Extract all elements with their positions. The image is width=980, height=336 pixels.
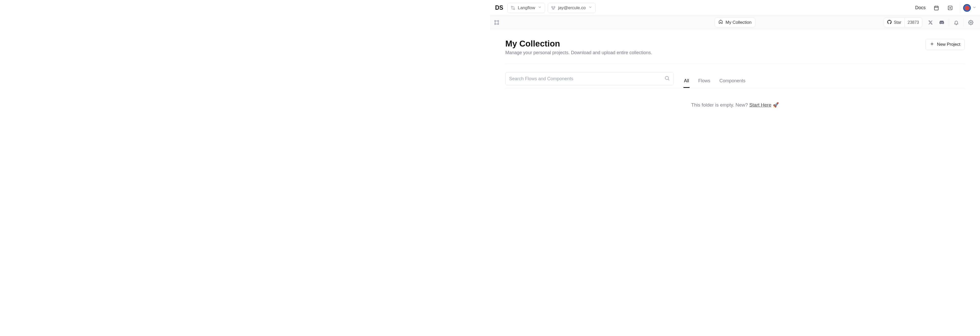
separator <box>963 18 964 27</box>
start-here-link[interactable]: Start Here <box>749 102 772 107</box>
tab-components[interactable]: Components <box>719 75 746 88</box>
chevron-down-icon <box>972 5 977 10</box>
page-title: My Collection <box>505 39 652 48</box>
svg-rect-4 <box>553 8 554 10</box>
collection-breadcrumb[interactable]: My Collection <box>714 18 756 27</box>
github-icon <box>887 20 892 25</box>
empty-text: This folder is empty. New? <box>691 102 749 107</box>
star-count: 23873 <box>904 18 922 27</box>
divider <box>505 64 965 64</box>
svg-rect-2 <box>552 6 553 8</box>
search-box[interactable] <box>505 72 674 85</box>
search-input[interactable] <box>509 76 662 82</box>
svg-point-14 <box>498 21 499 21</box>
star-label: Star <box>894 20 901 25</box>
svg-point-12 <box>495 21 496 21</box>
github-star-button[interactable]: Star 23873 <box>884 18 922 27</box>
x-twitter-icon[interactable] <box>925 17 936 28</box>
svg-line-20 <box>668 79 669 80</box>
workspace-dropdown[interactable]: Langflow <box>508 3 545 13</box>
svg-point-1 <box>514 8 515 10</box>
docs-link[interactable]: Docs <box>913 5 928 10</box>
chevron-down-icon <box>538 5 542 10</box>
search-icon <box>664 75 670 82</box>
discord-icon[interactable] <box>936 17 947 28</box>
sub-header: My Collection Star 23873 <box>490 16 980 29</box>
svg-point-16 <box>970 22 972 23</box>
app-panel: DS Langflow jay@ercule.co Docs <box>490 0 980 336</box>
add-panel-icon[interactable] <box>945 2 956 14</box>
workspace-label: Langflow <box>518 5 535 10</box>
top-header: DS Langflow jay@ercule.co Docs <box>490 0 980 16</box>
svg-rect-3 <box>554 6 555 8</box>
gear-icon[interactable] <box>965 17 977 28</box>
new-project-label: New Project <box>937 42 960 47</box>
avatar <box>963 4 971 12</box>
separator <box>949 18 949 27</box>
svg-point-0 <box>511 6 512 7</box>
bell-icon[interactable] <box>951 17 962 28</box>
rocket-emoji: 🚀 <box>773 102 779 107</box>
page-subtitle: Manage your personal projects. Download … <box>505 50 652 56</box>
chevron-down-icon <box>588 5 592 10</box>
left-blank-panel <box>0 0 490 336</box>
collection-label: My Collection <box>725 20 752 25</box>
tabs: All Flows Components <box>683 75 746 88</box>
calendar-icon[interactable] <box>931 2 942 14</box>
account-dropdown[interactable]: jay@ercule.co <box>548 3 596 13</box>
svg-rect-5 <box>935 6 939 10</box>
chain-icon <box>493 19 500 26</box>
plus-icon <box>930 42 934 48</box>
org-icon <box>551 6 555 10</box>
svg-point-13 <box>495 24 496 24</box>
tab-flows[interactable]: Flows <box>698 75 711 88</box>
account-label: jay@ercule.co <box>558 5 586 10</box>
user-menu[interactable] <box>960 2 977 14</box>
tab-all[interactable]: All <box>683 75 690 88</box>
svg-point-19 <box>665 77 669 80</box>
new-project-button[interactable]: New Project <box>925 39 965 50</box>
empty-state: This folder is empty. New? Start Here 🚀 <box>505 102 965 108</box>
workspace-icon <box>511 6 515 10</box>
home-icon <box>718 19 723 25</box>
app-logo[interactable]: DS <box>493 4 505 11</box>
svg-point-15 <box>498 24 499 24</box>
main-content: My Collection Manage your personal proje… <box>490 29 980 336</box>
